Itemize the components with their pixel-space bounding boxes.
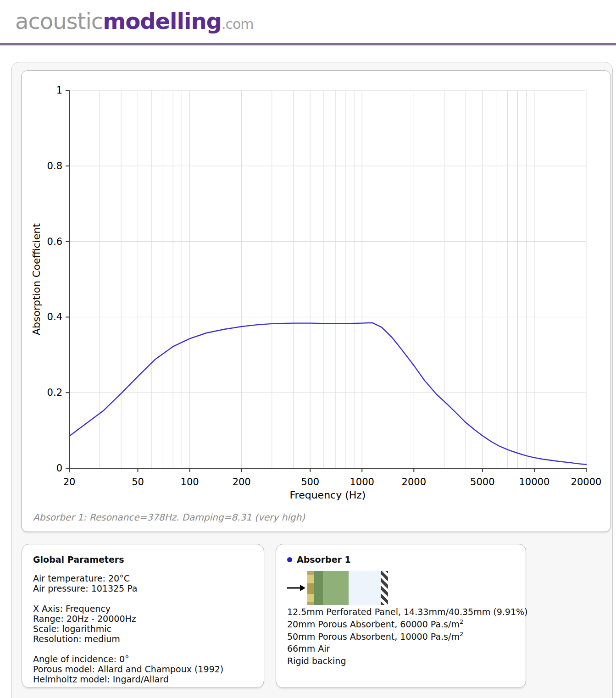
param-air-pressure: Air pressure: 101325 Pa (33, 583, 255, 593)
global-parameters-title: Global Parameters (33, 554, 255, 565)
param-group-gap (33, 593, 255, 604)
param-air-temperature: Air temperature: 20°C (33, 573, 255, 583)
svg-text:5000: 5000 (470, 476, 494, 487)
chart-caption: Absorber 1: Resonance=378Hz. Damping=8.3… (33, 512, 305, 523)
param-group-gap (33, 644, 255, 654)
svg-text:20: 20 (63, 476, 76, 487)
chart-gridlines (69, 90, 586, 468)
svg-text:1000: 1000 (350, 476, 374, 487)
y-axis-title: Absorption Coefficient (31, 223, 42, 335)
svg-text:0.4: 0.4 (47, 311, 62, 322)
param-range: Range: 20Hz - 20000Hz (33, 614, 255, 624)
absorber-layer-desc: 20mm Porous Absorbent, 60000 Pa.s/m2 (287, 617, 517, 630)
layer-porous-absorbent-10000 (323, 571, 349, 605)
svg-text:0: 0 (56, 463, 62, 474)
layer-rigid-backing (381, 571, 388, 605)
layer-porous-absorbent-60000 (314, 571, 323, 605)
absorber-box: Absorber 1 12.5mm Perforated Panel, 14.3… (276, 544, 526, 688)
results-panel: 2050100200500100020005000100002000000.20… (11, 62, 613, 698)
absorption-curve (69, 323, 586, 465)
svg-text:20000: 20000 (571, 476, 602, 487)
svg-text:200: 200 (233, 476, 251, 487)
layer-air-gap (349, 571, 381, 605)
param-x-axis: X Axis: Frequency (33, 604, 255, 614)
chart-axes (66, 90, 586, 472)
series-bullet-icon (287, 557, 292, 562)
param-scale: Scale: logarithmic (33, 624, 255, 634)
absorption-coefficient-chart: 2050100200500100020005000100002000000.20… (22, 71, 610, 532)
logo-tld: .com (222, 16, 254, 32)
incidence-arrow-icon (287, 583, 305, 593)
svg-text:1: 1 (56, 85, 62, 96)
absorber-title: Absorber 1 (297, 554, 351, 565)
absorber-layer-desc: 66mm Air (287, 642, 517, 654)
svg-text:0.2: 0.2 (47, 387, 62, 398)
absorber-layer-desc: 12.5mm Perforated Panel, 14.33mm/40.35mm… (287, 605, 517, 617)
param-angle-of-incidence: Angle of incidence: 0° (33, 654, 255, 664)
global-parameters-box: Global Parameters Air temperature: 20°C … (22, 544, 264, 688)
absorber-layer-desc: Rigid backing (287, 654, 517, 666)
absorber-layers (307, 571, 388, 605)
x-axis-title: Frequency (Hz) (290, 489, 366, 501)
svg-text:500: 500 (301, 476, 319, 487)
logo-word-modelling: modelling (103, 8, 222, 34)
header-divider (0, 43, 616, 45)
svg-text:0.8: 0.8 (47, 161, 62, 172)
section-divider (15, 695, 609, 695)
chart-axis-labels: 2050100200500100020005000100002000000.20… (47, 85, 602, 487)
svg-text:10000: 10000 (519, 476, 549, 487)
logo-word-acoustic: acoustic (15, 8, 103, 34)
absorber-layer-desc: 50mm Porous Absorbent, 10000 Pa.s/m2 (287, 630, 517, 642)
site-logo[interactable]: acousticmodelling.com (15, 8, 254, 34)
absorber-title-row: Absorber 1 (287, 554, 517, 565)
layer-perforated-panel (307, 571, 314, 605)
svg-text:0.6: 0.6 (47, 236, 62, 247)
chart-card: 2050100200500100020005000100002000000.20… (21, 70, 611, 532)
absorber-cross-section-diagram (287, 571, 517, 605)
svg-text:2000: 2000 (402, 476, 426, 487)
svg-text:50: 50 (132, 476, 144, 487)
param-resolution: Resolution: medium (33, 634, 255, 644)
param-helmholtz-model: Helmholtz model: Ingard/Allard (33, 674, 255, 684)
svg-text:100: 100 (181, 476, 199, 487)
param-porous-model: Porous model: Allard and Champoux (1992) (33, 664, 255, 674)
site-header: acousticmodelling.com (0, 0, 616, 43)
